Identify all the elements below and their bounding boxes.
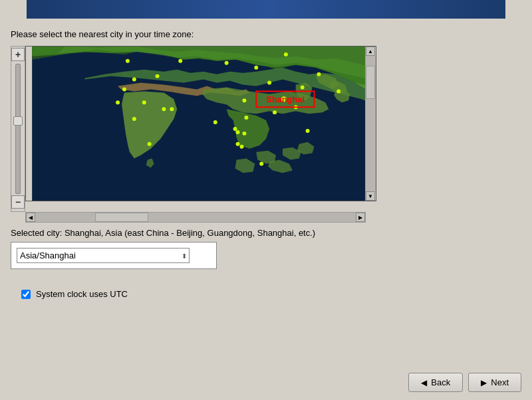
scrollbar-thumb-vertical[interactable] xyxy=(366,66,375,99)
svg-point-25 xyxy=(284,52,288,56)
svg-point-3 xyxy=(132,117,136,121)
next-icon: ▶ xyxy=(481,378,487,387)
svg-point-15 xyxy=(156,74,160,78)
svg-point-28 xyxy=(236,142,240,146)
zoom-controls: + − xyxy=(11,46,25,212)
back-button[interactable]: ◀ Back xyxy=(408,373,463,392)
zoom-slider[interactable] xyxy=(15,64,21,194)
map-svg: Shanghai xyxy=(26,47,376,201)
scrollbar-thumb-horizontal[interactable] xyxy=(95,213,148,222)
svg-point-30 xyxy=(242,132,246,136)
svg-point-11 xyxy=(273,110,277,114)
svg-point-18 xyxy=(259,162,263,166)
back-label: Back xyxy=(431,377,450,387)
svg-point-6 xyxy=(239,145,243,149)
svg-point-29 xyxy=(244,116,248,120)
svg-point-12 xyxy=(254,66,258,70)
svg-point-2 xyxy=(142,100,146,104)
svg-point-31 xyxy=(236,130,240,134)
svg-point-7 xyxy=(267,81,271,85)
svg-rect-0 xyxy=(32,47,370,201)
zoom-in-button[interactable]: + xyxy=(11,48,25,61)
scrollbar-track-vertical xyxy=(366,56,376,191)
timezone-select-wrapper: Asia/Shanghai Asia/Tokyo Asia/Seoul Asia… xyxy=(17,248,190,263)
svg-point-26 xyxy=(242,98,246,102)
header-bar xyxy=(27,0,505,19)
svg-text:Shanghai: Shanghai xyxy=(266,94,305,104)
svg-point-10 xyxy=(301,85,305,89)
zoom-out-button[interactable]: − xyxy=(11,195,25,209)
scroll-left-arrow[interactable]: ◀ xyxy=(26,213,35,222)
next-label: Next xyxy=(491,377,509,387)
svg-point-20 xyxy=(317,72,321,76)
scroll-right-arrow[interactable]: ▶ xyxy=(356,213,365,222)
svg-point-16 xyxy=(170,107,174,111)
bottom-buttons: ◀ Back ▶ Next xyxy=(408,373,521,392)
timezone-box: Asia/Shanghai Asia/Tokyo Asia/Seoul Asia… xyxy=(11,242,217,269)
next-button[interactable]: ▶ Next xyxy=(468,373,521,392)
svg-point-19 xyxy=(306,129,310,133)
svg-point-9 xyxy=(336,89,340,93)
map-scrollbar-right[interactable]: ▲ ▼ xyxy=(365,47,376,201)
svg-point-24 xyxy=(225,61,229,65)
svg-point-13 xyxy=(116,100,120,104)
selected-city-text: Selected city: Shanghai, Asia (east Chin… xyxy=(11,228,521,238)
svg-point-27 xyxy=(148,142,152,146)
svg-point-1 xyxy=(126,59,130,63)
scroll-up-arrow[interactable]: ▲ xyxy=(366,47,375,56)
svg-point-23 xyxy=(178,59,182,63)
svg-point-17 xyxy=(213,120,217,124)
zoom-slider-thumb xyxy=(13,116,23,126)
svg-point-4 xyxy=(162,107,166,111)
timezone-select[interactable]: Asia/Shanghai Asia/Tokyo Asia/Seoul Asia… xyxy=(17,248,190,263)
utc-row: System clock uses UTC xyxy=(11,289,521,299)
svg-point-22 xyxy=(122,87,126,91)
scroll-down-arrow[interactable]: ▼ xyxy=(366,191,375,201)
map-scrollbar-bottom[interactable]: ◀ ▶ xyxy=(25,212,366,223)
scrollbar-track-horizontal xyxy=(35,213,356,222)
back-icon: ◀ xyxy=(421,378,427,387)
utc-label[interactable]: System clock uses UTC xyxy=(36,289,128,299)
utc-checkbox[interactable] xyxy=(21,290,31,299)
svg-point-14 xyxy=(132,78,136,82)
svg-point-5 xyxy=(233,127,237,131)
instruction-text: Please select the nearest city in your t… xyxy=(11,29,521,39)
map-area[interactable]: Shanghai ▲ ▼ xyxy=(25,46,376,201)
